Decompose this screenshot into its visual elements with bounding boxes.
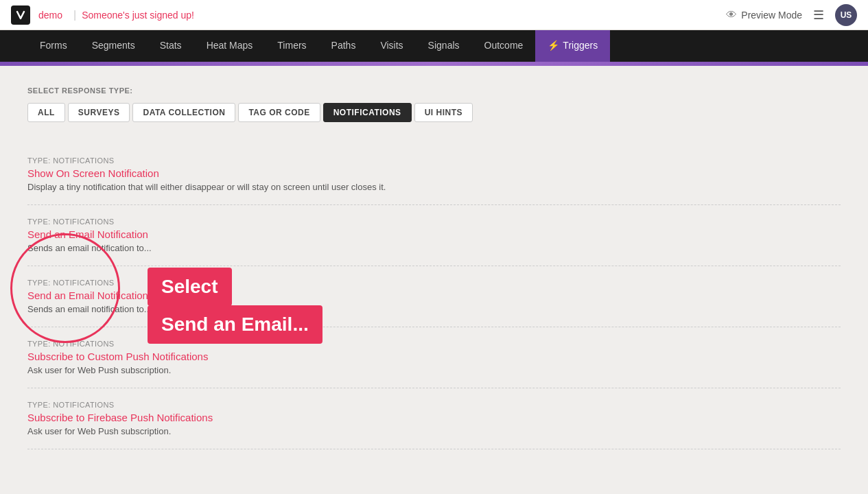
bolt-icon: ⚡ [548, 40, 559, 51]
item-1-type: TYPE: NOTIFICATIONS [27, 156, 841, 165]
preview-mode[interactable]: 👁 Preview Mode [726, 9, 802, 21]
main-content: SELECT RESPONSE TYPE: ALL SURVEYS DATA C… [0, 66, 868, 470]
nav-heatmaps-label: Heat Maps [207, 40, 253, 51]
menu-icon[interactable]: ☰ [813, 8, 824, 23]
item-3-desc: Sends an email notification to... [27, 304, 841, 314]
nav-stats-label: Stats [160, 40, 182, 51]
item-1-desc: Display a tiny notification that will ei… [27, 182, 841, 192]
nav-timers-label: Timers [277, 40, 306, 51]
item-4-title[interactable]: Subscribe to Custom Push Notifications [27, 351, 841, 362]
filter-tag-or-code[interactable]: TAG OR CODE [238, 103, 320, 122]
response-item-2: TYPE: NOTIFICATIONS Send an Email Notifi… [27, 205, 841, 266]
item-2-desc: Sends an email notification to... [27, 243, 841, 253]
notification-text: Someone's just signed up! [82, 10, 194, 21]
nav-visits[interactable]: Visits [368, 30, 415, 62]
nav-segments[interactable]: Segments [80, 30, 148, 62]
item-4-type: TYPE: NOTIFICATIONS [27, 340, 841, 348]
filter-data-collection[interactable]: DATA COLLECTION [132, 103, 235, 122]
topbar: demo | Someone's just signed up! 👁 Previ… [0, 0, 868, 30]
response-item-3: TYPE: NOTIFICATIONS Send an Email Notifi… [27, 266, 841, 327]
nav-signals-label: Signals [428, 40, 460, 51]
response-item-5: TYPE: NOTIFICATIONS Subscribe to Firebas… [27, 388, 841, 449]
filter-notifications[interactable]: NOTIFICATIONS [323, 103, 412, 122]
item-3-title[interactable]: Send an Email Notification [27, 290, 841, 301]
nav-forms-label: Forms [40, 40, 67, 51]
navbar: Forms Segments Stats Heat Maps Timers Pa… [0, 30, 868, 62]
response-item-4: TYPE: NOTIFICATIONS Subscribe to Custom … [27, 327, 841, 388]
filter-buttons: ALL SURVEYS DATA COLLECTION TAG OR CODE … [27, 103, 841, 122]
filter-ui-hints[interactable]: UI HINTS [414, 103, 473, 122]
nav-visits-label: Visits [380, 40, 403, 51]
page-wrapper: demo | Someone's just signed up! 👁 Previ… [0, 0, 868, 470]
nav-triggers[interactable]: ⚡ Triggers [535, 30, 610, 62]
eye-icon: 👁 [726, 9, 737, 21]
filter-all[interactable]: ALL [27, 103, 65, 122]
logo [11, 5, 30, 25]
nav-forms[interactable]: Forms [27, 30, 80, 62]
nav-stats[interactable]: Stats [148, 30, 194, 62]
item-3-type: TYPE: NOTIFICATIONS [27, 279, 841, 287]
demo-label[interactable]: demo [38, 10, 62, 21]
item-2-type: TYPE: NOTIFICATIONS [27, 217, 841, 226]
item-5-type: TYPE: NOTIFICATIONS [27, 401, 841, 409]
nav-segments-label: Segments [92, 40, 135, 51]
nav-outcome[interactable]: Outcome [472, 30, 536, 62]
nav-triggers-label: Triggers [563, 40, 598, 51]
select-response-label: SELECT RESPONSE TYPE: [27, 86, 841, 95]
response-item-1: TYPE: NOTIFICATIONS Show On Screen Notif… [27, 144, 841, 205]
nav-outcome-label: Outcome [484, 40, 524, 51]
topbar-right: 👁 Preview Mode ☰ US [726, 4, 857, 26]
item-2-title[interactable]: Send an Email Notification [27, 228, 841, 240]
preview-mode-label: Preview Mode [741, 10, 802, 21]
item-5-desc: Ask user for Web Push subscription. [27, 426, 841, 436]
item-1-title[interactable]: Show On Screen Notification [27, 167, 841, 179]
nav-signals[interactable]: Signals [416, 30, 472, 62]
filter-surveys[interactable]: SURVEYS [68, 103, 130, 122]
item-5-title[interactable]: Subscribe to Firebase Push Notifications [27, 412, 841, 423]
nav-paths[interactable]: Paths [319, 30, 368, 62]
nav-timers[interactable]: Timers [265, 30, 318, 62]
nav-paths-label: Paths [331, 40, 356, 51]
nav-heatmaps[interactable]: Heat Maps [194, 30, 266, 62]
item-4-desc: Ask user for Web Push subscription. [27, 365, 841, 375]
topbar-separator: | [73, 9, 76, 21]
avatar[interactable]: US [835, 4, 857, 26]
